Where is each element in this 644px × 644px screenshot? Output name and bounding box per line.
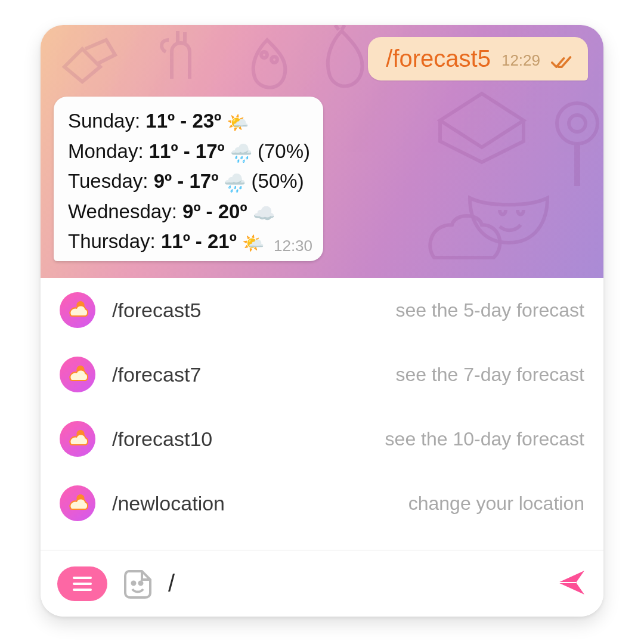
weather-icon: ☁️ xyxy=(253,203,275,223)
command-desc: see the 10-day forecast xyxy=(266,428,584,450)
message-input[interactable]: / xyxy=(168,570,541,597)
outgoing-text: /forecast5 xyxy=(386,45,491,72)
bot-avatar-icon xyxy=(60,421,95,457)
forecast-row: Wednesday: 9º - 20º ☁️ xyxy=(68,197,310,227)
input-bar: / xyxy=(41,550,603,617)
command-desc: see the 5-day forecast xyxy=(266,299,584,321)
weather-icon: 🌧️ xyxy=(224,173,246,193)
bot-avatar-icon xyxy=(60,357,95,392)
command-name: /forecast5 xyxy=(112,299,249,322)
svg-point-2 xyxy=(557,103,597,144)
command-desc: change your location xyxy=(266,493,584,515)
svg-point-9 xyxy=(132,581,135,584)
send-button[interactable] xyxy=(556,567,587,600)
bot-avatar-icon xyxy=(60,485,95,521)
sticker-button[interactable] xyxy=(122,568,154,600)
svg-point-1 xyxy=(271,57,277,63)
read-check-icon xyxy=(551,54,572,72)
svg-point-3 xyxy=(569,115,586,132)
command-desc: see the 7-day forecast xyxy=(266,364,584,386)
message-outgoing[interactable]: /forecast5 12:29 xyxy=(368,37,588,80)
command-item-forecast7[interactable]: /forecast7 see the 7-day forecast xyxy=(41,342,603,407)
command-suggestions: /forecast5 see the 5-day forecast /forec… xyxy=(41,278,603,535)
command-item-forecast10[interactable]: /forecast10 see the 10-day forecast xyxy=(41,407,603,471)
commands-menu-button[interactable] xyxy=(57,566,107,601)
command-item-forecast5[interactable]: /forecast5 see the 5-day forecast xyxy=(41,278,603,342)
forecast-row: Monday: 11º - 17º 🌧️ (70%) xyxy=(68,137,310,167)
command-item-newlocation[interactable]: /newlocation change your location xyxy=(41,471,603,535)
svg-point-10 xyxy=(140,581,143,584)
svg-point-0 xyxy=(261,52,267,58)
command-name: /newlocation xyxy=(112,492,249,515)
outgoing-time: 12:29 xyxy=(501,51,540,72)
forecast-row: Tuesday: 9º - 17º 🌧️ (50%) xyxy=(68,166,310,197)
command-name: /forecast7 xyxy=(112,363,249,386)
weather-icon: 🌧️ xyxy=(230,143,252,163)
bot-avatar-icon xyxy=(60,292,95,328)
weather-icon: 🌤️ xyxy=(242,233,264,253)
command-name: /forecast10 xyxy=(112,428,249,451)
chat-window: /forecast5 12:29 Sunday: 11º - 23º 🌤️ Mo… xyxy=(41,25,603,617)
weather-icon: 🌤️ xyxy=(227,113,249,132)
message-incoming[interactable]: Sunday: 11º - 23º 🌤️ Monday: 11º - 17º 🌧… xyxy=(54,97,323,261)
forecast-row: Sunday: 11º - 23º 🌤️ xyxy=(68,106,310,137)
